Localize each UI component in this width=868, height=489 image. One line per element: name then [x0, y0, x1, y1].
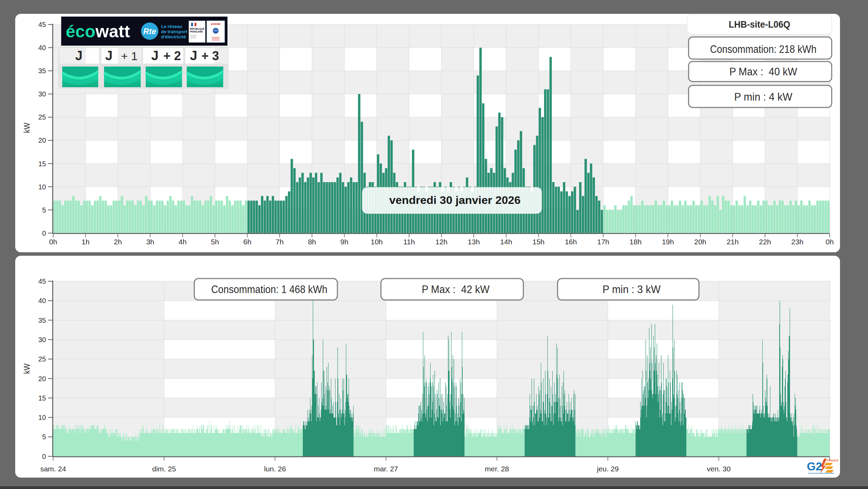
svg-text:10: 10 — [38, 183, 46, 191]
svg-text:P min : 4 kW: P min : 4 kW — [734, 91, 793, 103]
svg-text:6h: 6h — [243, 238, 251, 246]
svg-text:23h: 23h — [791, 238, 803, 246]
svg-text:0h: 0h — [49, 238, 57, 246]
svg-text:sam. 24: sam. 24 — [40, 465, 66, 473]
svg-text:vendredi 30 janvier 2026: vendredi 30 janvier 2026 — [389, 194, 521, 206]
svg-text:9h: 9h — [340, 238, 348, 246]
svg-text:J: J — [190, 48, 197, 63]
svg-text:3h: 3h — [146, 238, 154, 246]
svg-text:LHB-site-L06Q: LHB-site-L06Q — [729, 19, 790, 30]
svg-text:RÉPUBLIQUE: RÉPUBLIQUE — [190, 27, 205, 30]
svg-text:25: 25 — [38, 355, 46, 363]
svg-text:16h: 16h — [565, 238, 577, 246]
svg-text:45: 45 — [38, 278, 46, 285]
svg-text:Consommation: 1 468 kWh: Consommation: 1 468 kWh — [211, 283, 327, 295]
svg-text:mer. 28: mer. 28 — [485, 465, 509, 473]
svg-text:14h: 14h — [500, 238, 512, 246]
svg-text:0: 0 — [42, 229, 46, 237]
svg-text:45: 45 — [38, 21, 46, 28]
svg-text:J: J — [151, 48, 158, 63]
svg-text:kW: kW — [22, 364, 31, 374]
svg-text:7h: 7h — [276, 238, 283, 246]
svg-text:FRANCE: FRANCE — [827, 459, 839, 462]
svg-text:ADEME: ADEME — [211, 22, 221, 26]
svg-text:écowatt: écowatt — [66, 22, 130, 41]
svg-text:25: 25 — [38, 113, 46, 121]
svg-text:J: J — [75, 48, 82, 63]
svg-text:8h: 8h — [308, 238, 316, 246]
svg-text:1h: 1h — [82, 238, 90, 246]
svg-text:20: 20 — [38, 137, 46, 144]
svg-text:P Max : 40 kW: P Max : 40 kW — [729, 66, 797, 78]
svg-text:Rte: Rte — [143, 27, 156, 36]
svg-text:+ 2: + 2 — [163, 49, 181, 63]
svg-text:22h: 22h — [759, 238, 771, 246]
svg-text:17h: 17h — [597, 238, 609, 246]
svg-text:J: J — [105, 48, 112, 63]
svg-text:2h: 2h — [114, 238, 122, 246]
svg-text:5: 5 — [42, 433, 46, 441]
svg-text:15h: 15h — [532, 238, 544, 246]
svg-text:P min : 3 kW: P min : 3 kW — [603, 283, 661, 295]
svg-text:de transport: de transport — [161, 29, 188, 34]
svg-text:d'électricité: d'électricité — [161, 34, 186, 39]
svg-text:Le réseau: Le réseau — [161, 24, 182, 29]
svg-text:30: 30 — [38, 90, 46, 98]
svg-text:20: 20 — [38, 375, 46, 383]
svg-text:13h: 13h — [468, 238, 480, 246]
svg-text:mar. 27: mar. 27 — [374, 465, 398, 473]
svg-text:11h: 11h — [403, 238, 415, 246]
svg-text:jeu. 29: jeu. 29 — [597, 465, 619, 473]
svg-text:5h: 5h — [211, 238, 219, 246]
svg-text:5: 5 — [42, 206, 46, 214]
svg-text:FRANÇAISE: FRANÇAISE — [190, 30, 203, 33]
svg-text:dim. 25: dim. 25 — [152, 465, 176, 473]
svg-text:4h: 4h — [179, 238, 187, 246]
svg-text:+ 1: + 1 — [121, 49, 138, 63]
svg-text:40: 40 — [38, 297, 46, 304]
svg-text:35: 35 — [38, 67, 46, 75]
svg-text:kW: kW — [22, 123, 31, 133]
svg-text:G2: G2 — [807, 460, 822, 473]
svg-text:21h: 21h — [727, 238, 739, 246]
svg-text:0h: 0h — [826, 238, 834, 246]
svg-text:30: 30 — [38, 336, 46, 344]
svg-text:20h: 20h — [694, 238, 706, 246]
svg-text:12h: 12h — [435, 238, 447, 246]
svg-text:10: 10 — [38, 414, 46, 421]
svg-text:10h: 10h — [371, 238, 383, 246]
svg-text:19h: 19h — [662, 238, 674, 246]
svg-text:35: 35 — [38, 317, 46, 324]
svg-text:15: 15 — [38, 394, 46, 402]
svg-text:40: 40 — [38, 44, 46, 51]
svg-text:lun. 26: lun. 26 — [264, 465, 286, 473]
svg-text:15: 15 — [38, 160, 46, 168]
svg-text:Consommation: 218 kWh: Consommation: 218 kWh — [710, 43, 816, 55]
svg-text:+ 3: + 3 — [201, 49, 219, 63]
svg-text:18h: 18h — [629, 238, 642, 246]
svg-text:ven. 30: ven. 30 — [707, 465, 731, 473]
svg-text:P Max : 42 kW: P Max : 42 kW — [422, 283, 490, 295]
svg-text:0: 0 — [42, 453, 46, 460]
